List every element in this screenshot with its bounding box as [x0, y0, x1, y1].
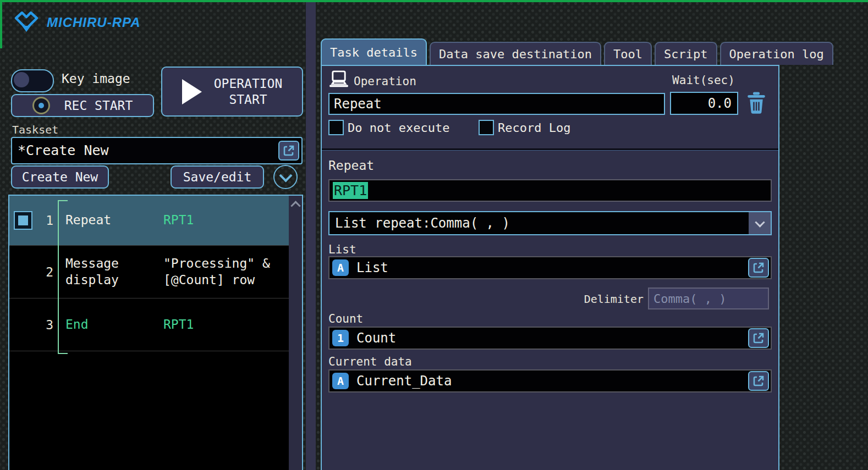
- key-image-toggle[interactable]: [11, 69, 54, 92]
- key-image-label: Key image: [62, 71, 130, 86]
- count-open-variable-button[interactable]: [748, 328, 769, 348]
- repeat-type-dropdown[interactable]: List repeat:Comma( , ): [328, 211, 772, 235]
- task-row-3[interactable]: 3 End RPT1: [9, 298, 302, 351]
- panel-divider: [306, 2, 316, 470]
- detail-tabs: Task details Data save destination Tool …: [321, 40, 833, 65]
- task-row-checkbox[interactable]: [14, 211, 32, 230]
- current-data-label: Current data: [328, 355, 412, 368]
- list-variable-field[interactable]: A List: [328, 256, 772, 279]
- task-list-scrollbar[interactable]: [289, 196, 302, 470]
- operation-label: Operation: [354, 75, 416, 88]
- do-not-execute-label: Do not execute: [348, 121, 449, 135]
- trash-icon: [746, 91, 768, 114]
- selected-text: RPT1: [333, 182, 368, 199]
- do-not-execute-checkbox[interactable]: [328, 120, 344, 135]
- count-label: Count: [328, 312, 363, 325]
- rec-start-button[interactable]: REC START: [11, 94, 154, 117]
- window-left-accent: [0, 0, 2, 48]
- app-logo: MICHIRU-RPA: [14, 11, 141, 34]
- delimiter-input[interactable]: [648, 287, 769, 309]
- task-row-name: Repeat: [61, 212, 158, 229]
- record-log-label: Record Log: [498, 121, 570, 135]
- tab-operation-log[interactable]: Operation log: [720, 42, 833, 65]
- window-top-accent: [0, 0, 868, 2]
- tab-tool[interactable]: Tool: [604, 42, 652, 65]
- external-link-icon: [752, 374, 765, 388]
- dropdown-button[interactable]: [749, 212, 771, 234]
- brand-name: MICHIRU-RPA: [47, 15, 141, 30]
- wait-sec-label: Wait(sec): [668, 74, 739, 87]
- section-divider: [322, 148, 778, 151]
- external-link-icon: [752, 261, 765, 274]
- task-list: 1 Repeat RPT1 2 Message display "Process…: [8, 195, 303, 470]
- external-link-icon: [282, 144, 295, 157]
- number-type-badge: 1: [332, 330, 349, 346]
- operation-start-label-line2: START: [229, 92, 267, 108]
- operation-start-button[interactable]: OPERATION START: [161, 67, 303, 117]
- taskset-label: Taskset: [12, 123, 58, 136]
- tab-task-details[interactable]: Task details: [321, 38, 427, 65]
- taskset-field: [11, 137, 303, 164]
- rec-start-label: REC START: [64, 98, 133, 113]
- record-log-checkbox[interactable]: [479, 120, 494, 135]
- tab-data-save-destination[interactable]: Data save destination: [430, 42, 601, 65]
- external-link-icon: [752, 331, 765, 345]
- scroll-up-icon: [290, 201, 300, 211]
- play-icon: [182, 79, 202, 104]
- tab-script[interactable]: Script: [655, 42, 717, 65]
- expand-menu-button[interactable]: [273, 165, 298, 189]
- task-row-name: End: [61, 317, 158, 333]
- task-row-value: RPT1: [158, 212, 302, 229]
- michiru-rpa-window: MICHIRU-RPA Key image OPERATION START RE…: [0, 0, 868, 470]
- task-row-number: 1: [34, 213, 53, 228]
- rec-radio-icon: [32, 97, 50, 114]
- task-row-number: 3: [34, 318, 53, 332]
- task-row-name: Message display: [61, 256, 158, 289]
- count-variable-field[interactable]: 1 Count: [328, 327, 772, 350]
- delete-task-button[interactable]: [746, 91, 768, 115]
- list-open-variable-button[interactable]: [748, 258, 769, 278]
- text-type-badge: A: [332, 259, 349, 276]
- operation-input[interactable]: [328, 93, 665, 115]
- task-row-value: RPT1: [158, 317, 302, 333]
- wait-sec-input[interactable]: [670, 92, 738, 115]
- task-row-value: "Processing" & [@Count] row: [158, 256, 302, 289]
- text-type-badge: A: [332, 373, 349, 389]
- create-new-button[interactable]: Create New: [11, 165, 109, 189]
- computer-icon: [328, 70, 349, 89]
- task-details-panel: Operation Wait(sec) Do not execute Recor…: [321, 65, 779, 470]
- task-row-number: 2: [34, 265, 53, 279]
- task-row-1[interactable]: 1 Repeat RPT1: [9, 196, 302, 246]
- operation-start-label-line1: OPERATION: [214, 76, 283, 92]
- current-data-open-variable-button[interactable]: [748, 371, 769, 391]
- chevron-down-icon: [755, 217, 765, 227]
- task-row-2[interactable]: 2 Message display "Processing" & [@Count…: [9, 246, 302, 298]
- repeat-name-input[interactable]: RPT1: [328, 179, 772, 202]
- save-edit-button[interactable]: Save/edit: [171, 165, 264, 189]
- delimiter-label: Delimiter: [553, 292, 644, 306]
- chevron-down-icon: [279, 169, 292, 182]
- heart-logo-icon: [14, 11, 39, 34]
- repeat-section-label: Repeat: [328, 158, 374, 173]
- taskset-open-button[interactable]: [278, 141, 299, 161]
- toggle-knob: [14, 72, 29, 87]
- taskset-input[interactable]: [17, 139, 272, 161]
- list-label: List: [328, 243, 356, 256]
- current-data-variable-field[interactable]: A Current_Data: [328, 369, 772, 392]
